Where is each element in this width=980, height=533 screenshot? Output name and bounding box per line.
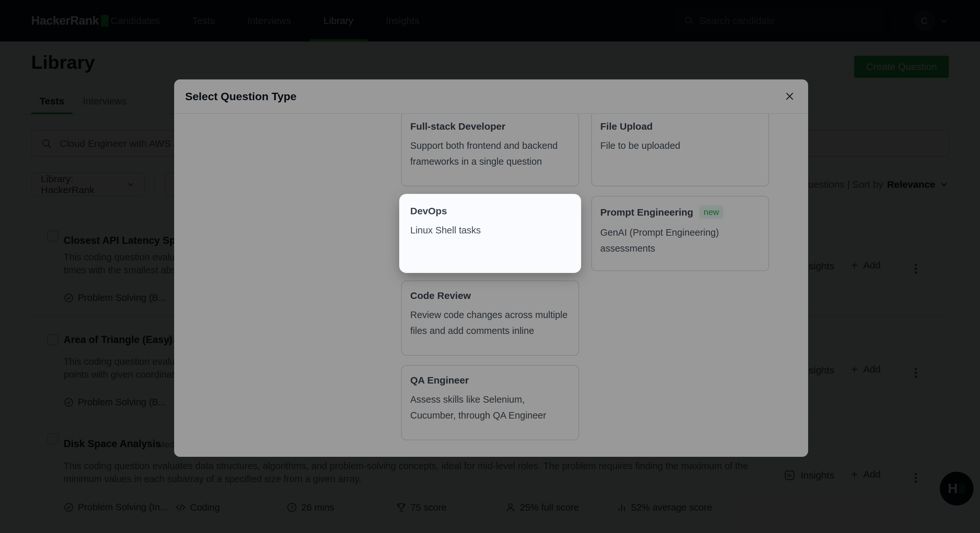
question-type-card-devops-spotlight[interactable]: DevOps Linux Shell tasks <box>401 196 579 271</box>
screen: HackerRank Candidates Tests Interviews L… <box>0 0 980 533</box>
